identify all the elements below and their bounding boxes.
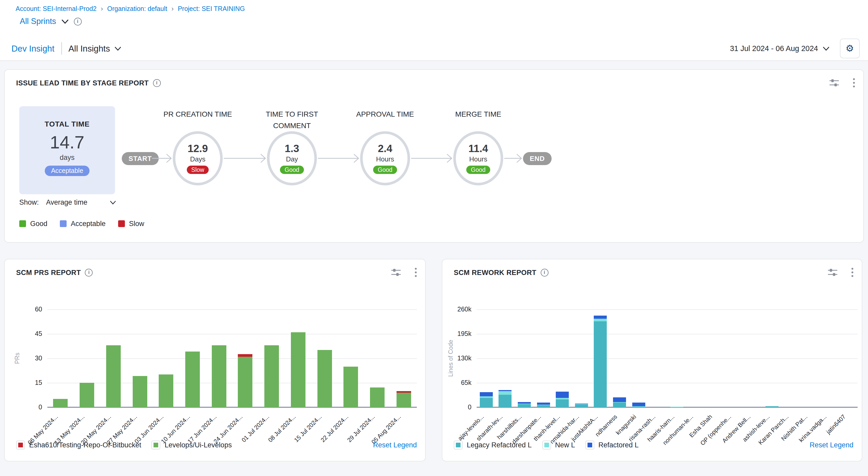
- show-control[interactable]: Show: Average time: [19, 199, 116, 206]
- bar-segment[interactable]: [238, 357, 253, 407]
- flow-arrow: [504, 152, 522, 165]
- x-tick-label: 22 Jul 2024...: [319, 414, 350, 444]
- bar-segment[interactable]: [499, 391, 512, 395]
- legend-color-swatch: [16, 441, 25, 449]
- bar-segment[interactable]: [343, 366, 358, 407]
- bar-segment[interactable]: [613, 402, 626, 407]
- insights-dropdown[interactable]: All Insights: [68, 43, 122, 53]
- legend-label: Slow: [129, 220, 145, 228]
- bar-segment[interactable]: [499, 390, 512, 391]
- bar-segment[interactable]: [537, 405, 550, 407]
- legend-color-fill: [18, 443, 23, 447]
- settings-button[interactable]: ⚙: [840, 38, 860, 58]
- bar-segment[interactable]: [594, 321, 607, 407]
- insight-name-link[interactable]: Dev Insight: [11, 43, 54, 53]
- bar-segment[interactable]: [80, 383, 94, 407]
- status-legend: GoodAcceptableSlow: [19, 220, 144, 228]
- bar-segment[interactable]: [106, 345, 121, 407]
- flow-arrow: [224, 152, 266, 165]
- bar-segment[interactable]: [556, 399, 569, 407]
- bar-segment[interactable]: [670, 407, 683, 407]
- x-axis-line: [48, 407, 417, 408]
- chart-legend-item[interactable]: New L: [542, 441, 575, 449]
- chart-legend-item[interactable]: Esha610/Testing-Repo-Of-Bitbucket: [16, 441, 141, 449]
- y-tick-label: 15: [19, 379, 42, 386]
- bar-segment[interactable]: [480, 398, 493, 407]
- chevron-down-icon[interactable]: [61, 19, 69, 24]
- stage-circle[interactable]: 11.4HoursGood: [453, 131, 503, 185]
- bar-segment[interactable]: [53, 399, 68, 407]
- bar-segment[interactable]: [396, 391, 411, 392]
- widget-filters-icon[interactable]: [829, 78, 839, 88]
- y-tick-label: 60: [19, 306, 42, 313]
- bar-segment[interactable]: [556, 398, 569, 399]
- bar-segment[interactable]: [518, 402, 531, 404]
- legend-color-fill: [456, 443, 461, 447]
- bar-segment[interactable]: [518, 403, 531, 404]
- legend-label: Acceptable: [71, 220, 106, 228]
- bar-segment[interactable]: [537, 405, 550, 405]
- bar-segment[interactable]: [499, 395, 512, 407]
- legend-color-fill: [588, 443, 592, 447]
- bar-segment[interactable]: [370, 388, 384, 407]
- bar-segment[interactable]: [575, 404, 588, 404]
- bar-segment[interactable]: [480, 392, 493, 396]
- breadcrumb-link[interactable]: Organization: default: [107, 5, 167, 12]
- info-icon[interactable]: i: [153, 79, 160, 87]
- bar-segment[interactable]: [212, 345, 226, 407]
- bar-segment[interactable]: [480, 396, 493, 398]
- gridline: [48, 334, 417, 334]
- stage-circle[interactable]: 1.3DayGood: [267, 131, 317, 185]
- stage-circle[interactable]: 12.9DaysSlow: [173, 131, 223, 185]
- bar-segment[interactable]: [594, 319, 607, 321]
- bar-segment[interactable]: [537, 403, 550, 405]
- stage-status-badge: Good: [373, 166, 397, 174]
- scm-rework-chart: 065k130k195k260kLines of Codeajay-levelo…: [442, 259, 862, 461]
- stage-status-badge: Good: [280, 166, 304, 174]
- gridline: [48, 309, 417, 310]
- flow-arrow: [411, 152, 452, 165]
- bar-segment[interactable]: [291, 332, 306, 407]
- y-tick-label: 0: [19, 404, 42, 411]
- bar-segment[interactable]: [594, 316, 607, 319]
- bar-segment[interactable]: [575, 405, 588, 407]
- sprint-selector-value[interactable]: All Sprints: [20, 17, 56, 26]
- bar-segment[interactable]: [613, 397, 626, 402]
- bar-segment[interactable]: [265, 345, 279, 407]
- kebab-menu-icon[interactable]: [853, 78, 855, 88]
- bar-segment[interactable]: [396, 393, 411, 407]
- bar-segment[interactable]: [556, 392, 569, 398]
- y-axis-label: Lines of Code: [447, 340, 454, 377]
- bar-segment[interactable]: [317, 350, 332, 407]
- reset-legend-link[interactable]: Reset Legend: [373, 441, 417, 449]
- bar-segment[interactable]: [159, 375, 173, 407]
- legend-label: Legacy Refactored L: [467, 441, 532, 449]
- bar-segment[interactable]: [613, 402, 626, 403]
- bar-segment[interactable]: [238, 354, 253, 356]
- chevron-down-icon[interactable]: [110, 200, 116, 204]
- stage-circle[interactable]: 2.4HoursGood: [360, 131, 410, 185]
- chart-legend-item[interactable]: Legacy Refactored L: [454, 441, 532, 449]
- dashboard-root: Account: SEI-Internal-Prod2›Organization…: [0, 0, 868, 476]
- breadcrumb-link[interactable]: Project: SEI TRAINING: [178, 5, 245, 12]
- bar-segment[interactable]: [632, 403, 645, 406]
- bar-segment[interactable]: [632, 407, 645, 407]
- date-range-picker[interactable]: 31 Jul 2024 - 06 Aug 2024: [730, 44, 830, 53]
- bar-segment[interactable]: [518, 404, 531, 407]
- breadcrumb-separator: ›: [101, 5, 103, 12]
- dashboard-content: ISSUE LEAD TIME BY STAGE REPORT i TOTAL …: [0, 61, 868, 476]
- info-icon: i: [74, 18, 82, 25]
- bar-segment[interactable]: [632, 406, 645, 407]
- total-time-value: 14.7: [19, 132, 115, 153]
- chart-legend-item[interactable]: Levelops/Ui-Levelops: [152, 441, 232, 449]
- reset-legend-link[interactable]: Reset Legend: [810, 441, 854, 449]
- bar-segment[interactable]: [575, 404, 588, 405]
- breadcrumb-link[interactable]: Account: SEI-Internal-Prod2: [16, 5, 96, 12]
- stage-value: 2.4: [378, 143, 392, 155]
- chart-legend-item[interactable]: Refactored L: [585, 441, 639, 449]
- sprint-selector[interactable]: All Sprints i: [20, 17, 82, 26]
- bar-segment[interactable]: [185, 352, 200, 407]
- bar-segment[interactable]: [766, 406, 778, 407]
- bar-segment[interactable]: [132, 376, 147, 407]
- stage-name-label: APPROVAL TIME: [341, 108, 429, 120]
